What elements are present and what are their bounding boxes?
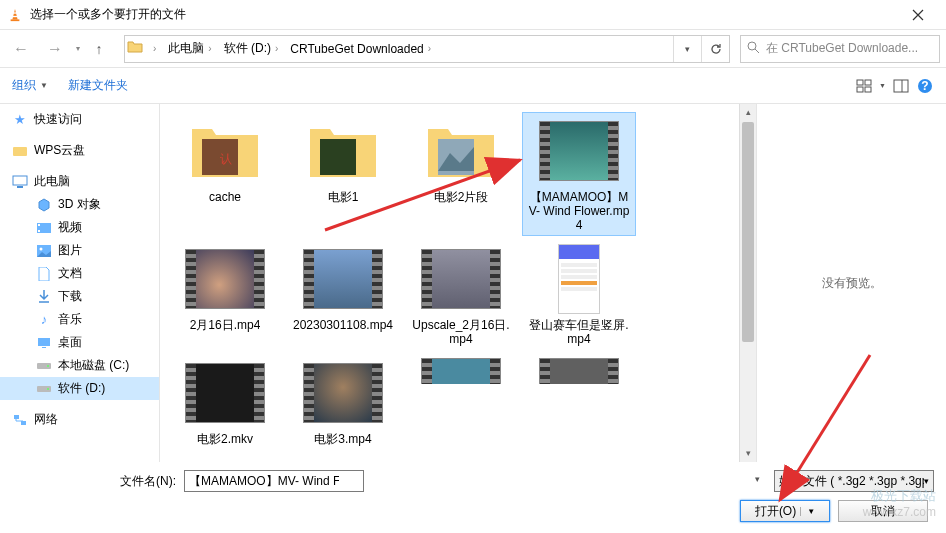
sidebar: ★快速访问 WPS云盘 此电脑 3D 对象 视频 图片 文档 下载 ♪音乐 桌面…: [0, 104, 160, 462]
history-dropdown[interactable]: ▾: [76, 44, 80, 53]
folder-item[interactable]: 认 cache: [168, 112, 282, 236]
svg-rect-16: [38, 224, 40, 226]
sidebar-item-software-d[interactable]: 软件 (D:): [0, 377, 159, 400]
watermark: 极光下载站 www.xz7.com: [863, 487, 936, 519]
search-placeholder: 在 CRTubeGet Downloade...: [766, 40, 918, 57]
video-item[interactable]: 登山赛车但是竖屏.mp4: [522, 240, 636, 350]
sidebar-item-network[interactable]: 网络: [0, 408, 159, 431]
video-item-selected[interactable]: 【MAMAMOO】MV- Wind Flower.mp4: [522, 112, 636, 236]
video-item[interactable]: [522, 354, 636, 384]
scroll-thumb[interactable]: [742, 122, 754, 342]
svg-text:?: ?: [921, 79, 928, 93]
scroll-down-icon[interactable]: ▾: [740, 445, 756, 462]
breadcrumb-seg[interactable]: 软件 (D:)›: [220, 36, 287, 62]
breadcrumb-seg[interactable]: CRTubeGet Downloaded›: [286, 36, 439, 62]
sidebar-item-music[interactable]: ♪音乐: [0, 308, 159, 331]
video-icon: [36, 220, 52, 236]
vlc-icon: [8, 8, 22, 22]
back-button[interactable]: ←: [6, 35, 36, 63]
download-icon: [36, 289, 52, 305]
filename-dropdown-icon[interactable]: ▾: [755, 474, 760, 484]
video-item[interactable]: [404, 354, 518, 384]
svg-rect-21: [42, 347, 46, 348]
video-item[interactable]: 2月16日.mp4: [168, 240, 282, 350]
view-dropdown-icon[interactable]: ▼: [879, 82, 886, 89]
scroll-up-icon[interactable]: ▴: [740, 104, 756, 121]
arrow-right-icon: →: [47, 40, 63, 58]
sidebar-item-quickaccess[interactable]: ★快速访问: [0, 108, 159, 131]
sidebar-item-localdisk-c[interactable]: 本地磁盘 (C:): [0, 354, 159, 377]
disk-icon: [36, 381, 52, 397]
arrow-up-icon: ↑: [96, 41, 103, 57]
sidebar-item-videos[interactable]: 视频: [0, 216, 159, 239]
sidebar-item-desktop[interactable]: 桌面: [0, 331, 159, 354]
image-icon: [36, 243, 52, 259]
cube-icon: [36, 197, 52, 213]
disk-icon: [36, 358, 52, 374]
forward-button[interactable]: →: [40, 35, 70, 63]
svg-rect-17: [38, 230, 40, 232]
address-bar[interactable]: › 此电脑› 软件 (D:)› CRTubeGet Downloaded› ▾: [124, 35, 730, 63]
svg-rect-8: [894, 80, 908, 92]
preview-toggle-button[interactable]: [892, 77, 910, 95]
pc-icon: [12, 174, 28, 190]
scrollbar[interactable]: ▴ ▾: [739, 104, 756, 462]
svg-rect-12: [13, 147, 27, 156]
svg-rect-27: [21, 421, 26, 425]
open-dropdown-icon[interactable]: ▼: [800, 507, 815, 516]
organize-button[interactable]: 组织: [12, 77, 36, 94]
window-title: 选择一个或多个要打开的文件: [30, 6, 898, 23]
search-icon: [747, 41, 760, 57]
svg-rect-2: [13, 15, 17, 16]
star-icon: ★: [12, 112, 28, 128]
filename-label: 文件名(N):: [120, 473, 176, 490]
folder-item[interactable]: 电影1: [286, 112, 400, 236]
cloud-icon: [12, 143, 28, 159]
svg-point-3: [748, 42, 756, 50]
desktop-icon: [36, 335, 52, 351]
svg-rect-5: [865, 80, 871, 85]
close-button[interactable]: [898, 0, 938, 30]
sidebar-item-documents[interactable]: 文档: [0, 262, 159, 285]
refresh-button[interactable]: [701, 36, 729, 62]
svg-point-19: [40, 247, 43, 250]
address-dropdown[interactable]: ▾: [673, 36, 701, 62]
folder-icon: [125, 39, 145, 58]
up-button[interactable]: ↑: [84, 35, 114, 63]
music-icon: ♪: [36, 312, 52, 328]
preview-text: 没有预览。: [822, 275, 882, 292]
svg-point-23: [47, 365, 49, 367]
svg-rect-1: [13, 12, 17, 13]
video-item[interactable]: 电影2.mkv: [168, 354, 282, 450]
svg-rect-4: [857, 80, 863, 85]
help-button[interactable]: ?: [916, 77, 934, 95]
video-item[interactable]: Upscale_2月16日.mp4: [404, 240, 518, 350]
sidebar-item-pictures[interactable]: 图片: [0, 239, 159, 262]
open-button[interactable]: 打开(O) ▼: [740, 500, 830, 522]
folder-item[interactable]: 电影2片段: [404, 112, 518, 236]
video-item[interactable]: 电影3.mp4: [286, 354, 400, 450]
organize-dropdown-icon[interactable]: ▼: [40, 81, 48, 90]
svg-rect-26: [14, 415, 19, 419]
svg-rect-6: [857, 87, 863, 92]
svg-rect-14: [17, 186, 23, 188]
svg-rect-0: [11, 19, 20, 21]
new-folder-button[interactable]: 新建文件夹: [68, 77, 128, 94]
view-button[interactable]: [855, 77, 873, 95]
svg-rect-13: [13, 176, 27, 185]
search-input[interactable]: 在 CRTubeGet Downloade...: [740, 35, 940, 63]
filename-input[interactable]: [184, 470, 364, 492]
sidebar-item-wpscloud[interactable]: WPS云盘: [0, 139, 159, 162]
sidebar-item-downloads[interactable]: 下载: [0, 285, 159, 308]
svg-text:认: 认: [220, 152, 232, 166]
chevron-right-icon: ›: [153, 43, 156, 54]
breadcrumb-seg[interactable]: 此电脑›: [164, 36, 219, 62]
chevron-down-icon: ▾: [924, 476, 929, 486]
network-icon: [12, 412, 28, 428]
preview-pane: 没有预览。: [756, 104, 946, 462]
sidebar-item-3dobjects[interactable]: 3D 对象: [0, 193, 159, 216]
sidebar-item-thispc[interactable]: 此电脑: [0, 170, 159, 193]
svg-rect-30: [320, 139, 356, 175]
video-item[interactable]: 20230301108.mp4: [286, 240, 400, 350]
document-icon: [36, 266, 52, 282]
